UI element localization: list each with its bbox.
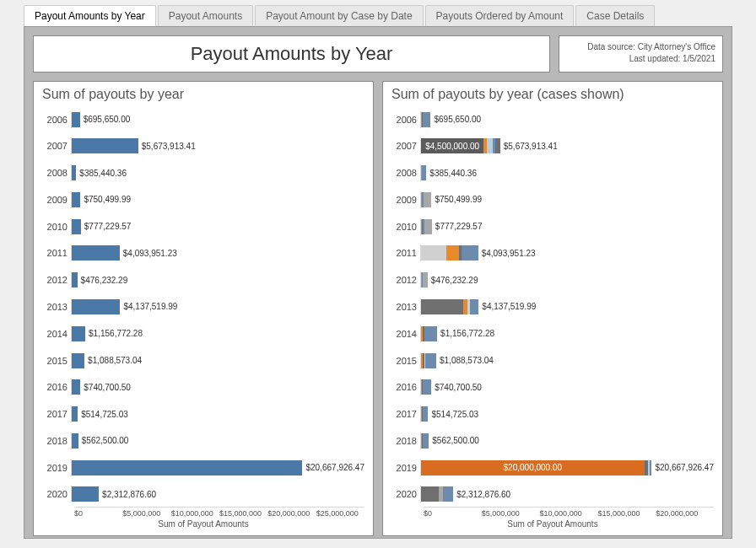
stacked-bar[interactable] — [421, 326, 437, 341]
bar-segment[interactable] — [443, 486, 453, 502]
bar-fill[interactable] — [72, 219, 81, 234]
bar-segment[interactable] — [462, 245, 478, 261]
bar-segment[interactable] — [495, 138, 500, 153]
bar-track: $514,725.03 — [71, 406, 364, 422]
year-label: 2012 — [42, 275, 71, 285]
bar-row: 2012$476,232.29 — [392, 268, 714, 293]
bar-segment[interactable] — [424, 326, 437, 341]
bar-segment[interactable]: $4,500,000.00 — [421, 138, 483, 153]
bar-fill[interactable] — [72, 379, 80, 395]
bar-fill[interactable] — [72, 299, 120, 314]
x-tick: $20,000,000 — [267, 509, 316, 518]
year-label: 2020 — [42, 489, 71, 499]
stacked-bar[interactable] — [421, 272, 428, 287]
bar-track: $1,088,573.04 — [71, 352, 364, 369]
x-tick: $5,000,000 — [122, 509, 170, 518]
bar-row: 2017$514,725.03 — [42, 402, 364, 427]
bar-segment[interactable] — [487, 138, 493, 153]
year-label: 2010 — [42, 222, 71, 232]
bar-track: $740,700.50 — [71, 379, 364, 395]
stacked-bar[interactable] — [421, 379, 431, 395]
bar-fill[interactable] — [72, 353, 84, 368]
x-tick: $5,000,000 — [482, 509, 540, 518]
bar-fill[interactable] — [72, 433, 78, 449]
stacked-bar[interactable] — [421, 353, 436, 368]
bar-track: $514,725.03 — [420, 406, 714, 422]
bar-fill[interactable] — [72, 326, 85, 341]
bar-fill[interactable] — [72, 245, 120, 261]
bar-fill[interactable] — [72, 165, 76, 180]
stacked-bar[interactable] — [421, 245, 478, 261]
year-label: 2010 — [392, 222, 420, 232]
bar-segment[interactable] — [424, 192, 432, 207]
bar-fill[interactable] — [72, 192, 80, 207]
stacked-bar[interactable] — [421, 219, 432, 234]
bar-value-label: $562,500.00 — [432, 436, 479, 445]
year-label: 2015 — [42, 356, 71, 366]
tab-payout-amounts[interactable]: Payout Amounts — [158, 5, 253, 26]
stacked-bar[interactable] — [421, 486, 453, 502]
stacked-bar[interactable]: $20,000,000.00 — [421, 460, 651, 475]
bar-value-label: $476,232.29 — [431, 276, 478, 285]
bar-segment[interactable] — [421, 299, 463, 314]
year-label: 2016 — [42, 382, 71, 392]
bar-value-label: $750,499.99 — [435, 195, 482, 204]
bar-segment[interactable] — [423, 112, 430, 127]
bar-value-label: $695,650.00 — [434, 115, 481, 124]
bar-fill[interactable] — [72, 486, 99, 502]
bar-track: $476,232.29 — [71, 271, 364, 288]
bar-fill[interactable] — [72, 460, 302, 475]
tab-payout-amounts-by-year[interactable]: Payout Amounts by Year — [24, 5, 156, 26]
bar-segment[interactable] — [446, 245, 459, 261]
tab-case-details[interactable]: Case Details — [575, 5, 655, 26]
bar-segment[interactable] — [423, 406, 429, 422]
bar-segment[interactable]: $20,000,000.00 — [421, 460, 645, 475]
year-label: 2011 — [42, 248, 71, 258]
stacked-bar[interactable] — [421, 192, 431, 207]
bar-segment[interactable] — [470, 299, 479, 314]
bar-segment[interactable] — [650, 460, 651, 475]
bar-track: $2,312,876.60 — [420, 486, 714, 502]
bar-track: $562,500.00 — [420, 432, 714, 449]
bar-segment[interactable] — [424, 219, 432, 234]
bar-value-label: $777,229.57 — [435, 222, 483, 231]
bar-segment[interactable] — [423, 379, 431, 395]
bar-fill[interactable] — [72, 138, 138, 153]
stacked-bar[interactable]: $4,500,000.00 — [421, 138, 500, 153]
stacked-bar[interactable] — [421, 299, 478, 314]
bar-fill[interactable] — [72, 406, 78, 422]
bar-segment[interactable] — [421, 245, 446, 261]
bar-segment[interactable] — [425, 353, 436, 368]
stacked-bar[interactable] — [421, 112, 430, 127]
bar-segment[interactable] — [422, 165, 426, 180]
bar-segment[interactable] — [421, 486, 439, 502]
tabs-bar: Payout Amounts by YearPayout AmountsPayo… — [0, 0, 756, 26]
bar-track: $20,000,000.00$20,667,926.47 — [420, 459, 714, 476]
year-label: 2007 — [392, 141, 420, 151]
info-source: Data source: City Attorney's Office — [566, 41, 716, 53]
bar-value-label: $5,673,913.41 — [142, 142, 196, 151]
bar-fill[interactable] — [72, 112, 80, 127]
x-axis-right: $0$5,000,000$10,000,000$15,000,000$20,00… — [424, 507, 714, 518]
bar-track: $750,499.99 — [420, 191, 714, 208]
bar-row: 2015$1,088,573.04 — [42, 348, 364, 373]
bar-value-label: $740,700.50 — [435, 383, 482, 392]
x-tick: $15,000,000 — [597, 509, 656, 518]
bar-row: 2010$777,229.57 — [42, 214, 364, 239]
tab-payouts-ordered-by-amount[interactable]: Payouts Ordered by Amount — [425, 5, 575, 26]
year-label: 2013 — [42, 302, 71, 312]
stacked-bar[interactable] — [421, 406, 429, 422]
bar-segment[interactable] — [423, 433, 429, 449]
bar-segment[interactable] — [423, 272, 428, 287]
tab-payout-amount-by-case-by-date[interactable]: Payout Amount by Case by Date — [255, 5, 423, 26]
bar-value-label: $4,137,519.99 — [482, 302, 536, 311]
stacked-bar[interactable] — [421, 165, 426, 180]
year-label: 2019 — [392, 463, 420, 473]
bar-row: 2018$562,500.00 — [392, 428, 714, 453]
x-label-left: Sum of Payout Amounts — [42, 519, 364, 529]
bar-value-label: $476,232.29 — [81, 276, 128, 285]
bar-track: $4,500,000.00$5,673,913.41 — [420, 137, 714, 154]
bar-fill[interactable] — [72, 272, 78, 287]
stacked-bar[interactable] — [421, 433, 429, 449]
bar-track: $777,229.57 — [420, 218, 714, 235]
